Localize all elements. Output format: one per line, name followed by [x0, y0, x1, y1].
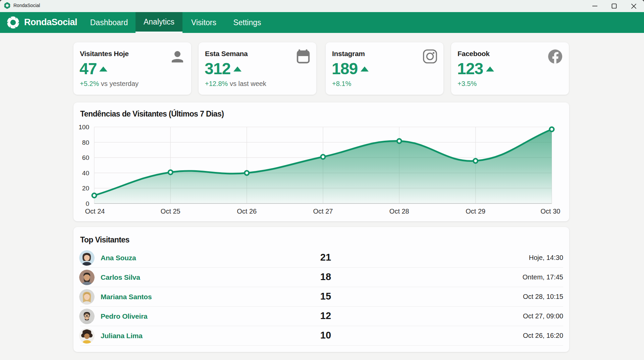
svg-text:60: 60	[82, 154, 89, 161]
svg-text:100: 100	[78, 124, 89, 131]
svg-text:Oct 26: Oct 26	[237, 208, 257, 215]
svg-text:20: 20	[82, 185, 89, 192]
svg-text:Oct 30: Oct 30	[541, 208, 560, 215]
svg-text:40: 40	[82, 170, 89, 177]
svg-text:0: 0	[86, 200, 89, 207]
svg-text:Oct 27: Oct 27	[313, 208, 333, 215]
svg-text:Oct 29: Oct 29	[466, 208, 485, 215]
svg-text:Oct 25: Oct 25	[161, 208, 180, 215]
svg-text:Oct 28: Oct 28	[389, 208, 409, 215]
svg-text:80: 80	[82, 139, 89, 146]
svg-text:Oct 24: Oct 24	[85, 208, 105, 215]
